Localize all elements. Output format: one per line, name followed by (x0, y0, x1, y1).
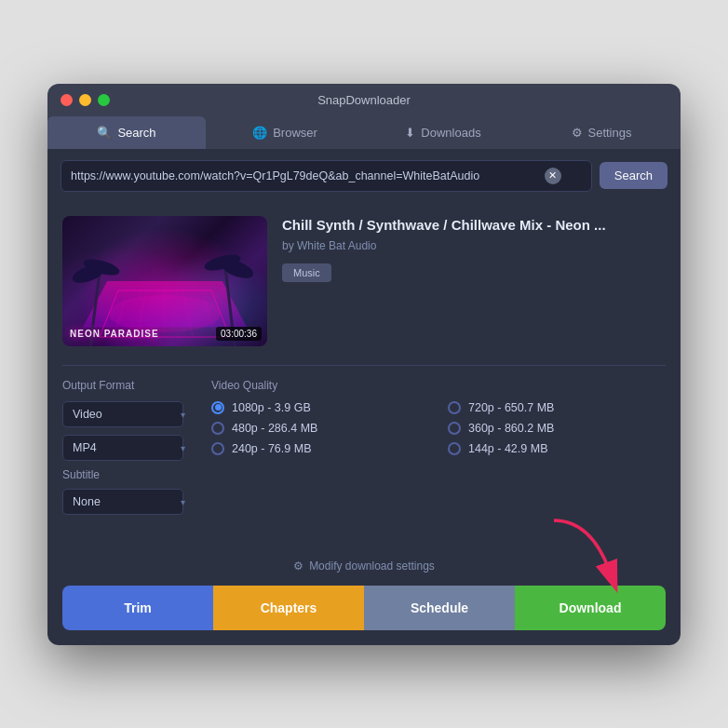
quality-grid: 1080p - 3.9 GB 720p - 650.7 MB 480p - 28… (211, 401, 666, 455)
thumbnail-duration: 03:00:36 (216, 327, 262, 341)
quality-label-144p: 144p - 42.9 MB (468, 442, 547, 455)
url-bar: https://www.youtube.com/watch?v=Qr1PgL79… (47, 151, 681, 201)
title-bar: SnapDownloader (47, 84, 681, 116)
codec-select[interactable]: MP4 MKV AVI (62, 435, 183, 461)
settings-tab-icon: ⚙ (572, 126, 583, 140)
video-author: by White Bat Audio (282, 239, 666, 252)
thumbnail-title: NEON PARADISE (70, 329, 159, 339)
video-meta: Chill Synth / Synthwave / Chillwave Mix … (282, 216, 666, 346)
quality-option-1080p[interactable]: 1080p - 3.9 GB (211, 401, 429, 414)
radio-480p (211, 422, 224, 435)
tab-settings[interactable]: ⚙ Settings (522, 116, 681, 149)
tab-downloads[interactable]: ⬇ Downloads (364, 116, 522, 149)
quality-option-240p[interactable]: 240p - 76.9 MB (211, 442, 429, 455)
quality-option-480p[interactable]: 480p - 286.4 MB (211, 422, 429, 435)
subtitle-select[interactable]: None English (62, 489, 183, 515)
tab-search[interactable]: 🔍 Search (47, 116, 206, 149)
search-tab-icon: 🔍 (97, 126, 112, 140)
gear-icon: ⚙ (293, 559, 303, 573)
output-format-label: Output Format (62, 379, 193, 392)
browser-tab-icon: 🌐 (252, 126, 267, 140)
tab-downloads-label: Downloads (421, 126, 480, 140)
downloads-tab-icon: ⬇ (405, 126, 415, 140)
radio-720p (448, 401, 461, 414)
nav-tabs: 🔍 Search 🌐 Browser ⬇ Downloads ⚙ Setting… (47, 116, 681, 151)
url-text: https://www.youtube.com/watch?v=Qr1PgL79… (71, 169, 539, 182)
tab-browser[interactable]: 🌐 Browser (206, 116, 364, 149)
quality-label-360p: 360p - 860.2 MB (468, 422, 554, 435)
window-title: SnapDownloader (317, 93, 411, 107)
app-window: SnapDownloader 🔍 Search 🌐 Browser ⬇ Down… (47, 84, 681, 645)
radio-144p (448, 442, 461, 455)
radio-240p (211, 442, 224, 455)
download-arrow (535, 511, 638, 595)
codec-select-wrapper: MP4 MKV AVI ▾ (62, 435, 193, 461)
modify-settings[interactable]: ⚙ Modify download settings (62, 546, 666, 586)
quality-label-720p: 720p - 650.7 MB (468, 401, 554, 414)
radio-inner-1080p (215, 404, 222, 411)
search-button[interactable]: Search (600, 162, 667, 189)
url-clear-button[interactable]: ✕ (545, 168, 561, 184)
main-content: NEON PARADISE 03:00:36 Chill Synth / Syn… (47, 201, 681, 546)
quality-label: Video Quality (211, 379, 666, 392)
format-select[interactable]: Video Audio (62, 401, 183, 427)
subtitle-select-wrapper: None English ▾ (62, 489, 193, 515)
category-badge: Music (282, 263, 331, 282)
radio-360p (448, 422, 461, 435)
traffic-lights (61, 94, 110, 106)
quality-option-360p[interactable]: 360p - 860.2 MB (448, 422, 666, 435)
svg-point-13 (109, 295, 221, 332)
maximize-button[interactable] (98, 94, 110, 106)
video-row: NEON PARADISE 03:00:36 Chill Synth / Syn… (62, 216, 666, 346)
quality-option-144p[interactable]: 144p - 42.9 MB (448, 442, 666, 455)
schedule-button[interactable]: Schedule (364, 586, 515, 630)
radio-1080p (211, 401, 224, 414)
subtitle-label: Subtitle (62, 468, 193, 481)
url-input-wrapper[interactable]: https://www.youtube.com/watch?v=Qr1PgL79… (61, 160, 592, 192)
tab-search-label: Search (117, 126, 155, 140)
video-thumbnail: NEON PARADISE 03:00:36 (62, 216, 267, 346)
tab-settings-label: Settings (588, 126, 632, 140)
quality-option-720p[interactable]: 720p - 650.7 MB (448, 401, 666, 414)
options-row: Output Format Video Audio ▾ MP4 MKV AVI … (62, 365, 666, 532)
tab-browser-label: Browser (273, 126, 317, 140)
minimize-button[interactable] (79, 94, 91, 106)
format-select-wrapper: Video Audio ▾ (62, 401, 193, 427)
quality-label-480p: 480p - 286.4 MB (232, 422, 317, 435)
output-format-section: Output Format Video Audio ▾ MP4 MKV AVI … (62, 379, 193, 522)
quality-section: Video Quality 1080p - 3.9 GB 720p - 650.… (211, 379, 666, 522)
chapters-button[interactable]: Chapters (213, 586, 364, 630)
quality-label-240p: 240p - 76.9 MB (232, 442, 311, 455)
modify-settings-label: Modify download settings (309, 559, 435, 573)
close-button[interactable] (61, 94, 73, 106)
bottom-area: ⚙ Modify download settings Trim Chapters… (47, 546, 681, 645)
video-title: Chill Synth / Synthwave / Chillwave Mix … (282, 216, 666, 235)
quality-label-1080p: 1080p - 3.9 GB (232, 401, 311, 414)
trim-button[interactable]: Trim (62, 586, 213, 630)
